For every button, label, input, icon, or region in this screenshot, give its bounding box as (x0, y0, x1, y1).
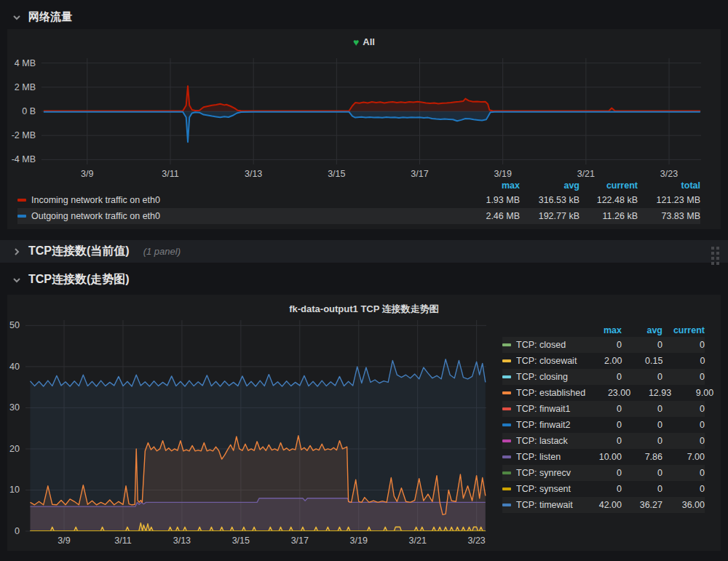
x-axis-tick-label: 3/15 (232, 536, 250, 546)
x-axis-tick-label: 3/17 (411, 169, 428, 179)
chevron-down-icon[interactable] (12, 275, 22, 285)
series-fill (44, 86, 700, 111)
series-color-icon[interactable] (502, 359, 511, 362)
row-drag-handle[interactable] (711, 247, 719, 265)
legend-stat-value: 42.00 (577, 500, 622, 510)
x-axis-tick-label: 3/19 (494, 169, 512, 179)
x-axis-tick-label: 3/15 (328, 169, 345, 179)
legend-series-label[interactable]: TCP: closing (502, 372, 577, 382)
chevron-down-icon[interactable] (12, 12, 22, 23)
legend-series-label[interactable]: TCP: finwait1 (502, 404, 577, 414)
legend-row: TCP: closewait2.000.150 (502, 353, 705, 369)
legend-header-row: maxavgcurrent (502, 324, 705, 337)
y-axis-tick-label: 20 (9, 444, 20, 454)
series-name: TCP: closed (516, 340, 566, 350)
y-axis-tick-label: 4 MB (15, 58, 36, 68)
series-name: TCP: timewait (516, 500, 573, 510)
row-panel-count: (1 panel) (143, 246, 181, 257)
legend-series-label[interactable]: TCP: synrecv (502, 468, 577, 478)
network-traffic-panel: ♥All 3/93/113/133/153/173/193/213/234 MB… (7, 29, 721, 229)
legend-stat-value: 11.26 kB (579, 211, 638, 221)
y-axis-tick-label: -4 MB (12, 154, 36, 164)
legend-series-label[interactable]: TCP: synsent (502, 484, 577, 494)
legend-series-label[interactable]: TCP: listen (502, 452, 577, 462)
legend-series-label[interactable]: TCP: lastack (502, 436, 577, 446)
row-header-network[interactable]: 网络流量 (12, 10, 72, 24)
series-color-icon[interactable] (502, 504, 511, 506)
legend-sort-header[interactable]: max (577, 325, 622, 335)
legend-stat-value: 0 (662, 436, 705, 446)
series-fill (31, 359, 486, 531)
legend-row: TCP: closing000 (502, 369, 705, 385)
legend-stat-value: 36.00 (662, 500, 705, 510)
legend-sort-header[interactable]: avg (520, 180, 579, 191)
y-axis-tick-label: 0 B (22, 106, 36, 116)
row-header-tcp-trend[interactable]: TCP连接数(走势图) (12, 272, 130, 287)
legend-sort-header[interactable]: avg (622, 325, 662, 335)
legend-header-row: maxavgcurrenttotal (17, 179, 700, 192)
series-color-icon[interactable] (502, 407, 511, 410)
y-axis-tick-label: -2 MB (12, 130, 36, 140)
series-name: Incoming network traffic on eth0 (31, 195, 160, 205)
series-color-icon[interactable] (17, 199, 26, 202)
legend-stat-value: 0 (662, 356, 705, 366)
chevron-right-icon[interactable] (12, 247, 22, 257)
series-color-icon[interactable] (17, 215, 26, 218)
x-axis-tick-label: 3/13 (245, 169, 262, 179)
x-axis-tick-label: 3/19 (350, 536, 368, 546)
legend-stat-value: 0 (577, 484, 622, 494)
legend-stat-value: 0 (662, 372, 705, 382)
row-title: TCP连接数(走势图) (28, 272, 130, 287)
series-color-icon[interactable] (502, 472, 511, 474)
series-name: Outgoing network traffic on eth0 (31, 211, 160, 221)
x-axis-tick-label: 3/11 (162, 169, 178, 179)
legend-stat-value: 1.93 MB (447, 195, 520, 205)
x-axis-tick-label: 3/9 (58, 536, 70, 546)
legend-stat-value: 2.46 MB (447, 211, 520, 221)
legend-series-label[interactable]: TCP: established (502, 388, 585, 398)
row-header-tcp-current[interactable]: TCP连接数(当前值) (1 panel) (12, 244, 181, 259)
series-color-icon[interactable] (502, 343, 511, 346)
row-title: 网络流量 (28, 10, 72, 24)
series-name: TCP: synrecv (516, 468, 571, 478)
y-axis-tick-label: 50 (9, 320, 20, 330)
legend-stat-value: 0 (577, 372, 622, 382)
series-color-icon[interactable] (502, 488, 511, 490)
legend-stat-value: 122.48 kB (579, 195, 638, 205)
series-color-icon[interactable] (502, 391, 511, 394)
legend-sort-header[interactable]: current (662, 325, 705, 335)
legend-row: TCP: finwait1000 (502, 401, 705, 417)
legend-stat-value: 0 (622, 340, 662, 350)
legend-stat-value: 0 (662, 468, 705, 478)
x-axis-tick-label: 3/13 (173, 536, 191, 546)
row-strip-tcp-current[interactable]: TCP连接数(当前值) (1 panel) (0, 240, 728, 263)
legend-series-label[interactable]: TCP: closewait (502, 356, 577, 366)
legend-stat-value: 0 (577, 404, 622, 414)
legend-sort-header[interactable]: max (447, 180, 520, 191)
y-axis-tick-label: 40 (9, 362, 20, 372)
legend-row: TCP: closed000 (502, 337, 705, 353)
y-axis-tick-label: 30 (9, 402, 20, 413)
legend-series-label[interactable]: TCP: finwait2 (502, 420, 577, 430)
legend-row: TCP: lastack000 (502, 433, 705, 449)
series-color-icon[interactable] (502, 423, 511, 426)
series-color-icon[interactable] (502, 375, 511, 378)
x-axis-tick-label: 3/9 (81, 169, 93, 179)
x-axis-tick-label: 3/17 (291, 536, 309, 546)
legend-stat-value: 7.86 (622, 452, 662, 462)
legend-series-label[interactable]: TCP: timewait (502, 500, 577, 510)
legend-stat-value: 0 (622, 436, 662, 446)
series-name: TCP: established (516, 388, 585, 398)
legend-sort-header[interactable]: total (638, 180, 700, 191)
legend-sort-header[interactable]: current (579, 180, 638, 191)
series-color-icon[interactable] (502, 439, 511, 442)
legend-stat-value: 0.15 (622, 356, 662, 366)
legend-stat-value: 23.00 (585, 388, 630, 398)
legend-series-label[interactable]: Incoming network traffic on eth0 (17, 195, 447, 205)
series-color-icon[interactable] (502, 455, 511, 458)
x-axis-tick-label: 3/23 (467, 536, 485, 546)
legend-series-label[interactable]: Outgoing network traffic on eth0 (17, 211, 447, 221)
series-name: TCP: synsent (516, 484, 571, 494)
legend-series-label[interactable]: TCP: closed (502, 340, 577, 350)
row-title: TCP连接数(当前值) (28, 244, 130, 259)
